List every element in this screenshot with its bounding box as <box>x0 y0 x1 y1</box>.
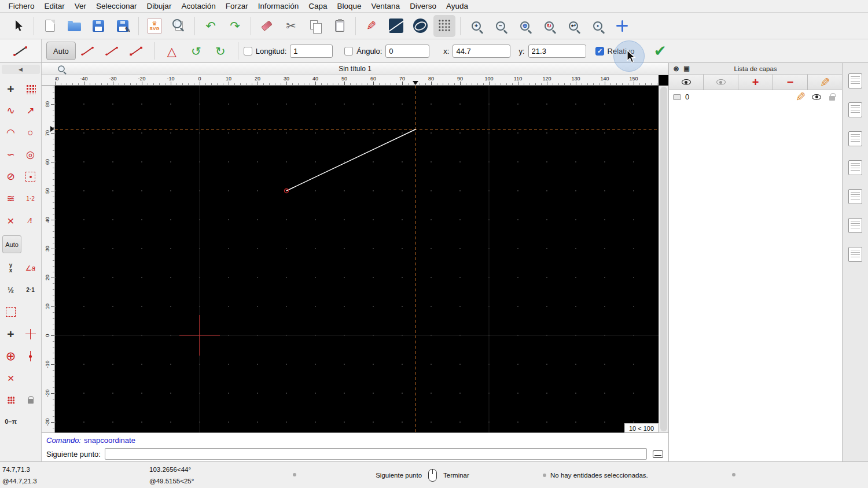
active-tool-indicator[interactable] <box>0 39 42 62</box>
undo-segment-button[interactable]: ↺ <box>184 40 208 61</box>
layer-row[interactable]: 0✎ <box>669 90 842 103</box>
open-document-button[interactable] <box>63 15 85 37</box>
menu-dibujar[interactable]: Dibujar <box>142 0 176 13</box>
longitud-checkbox[interactable] <box>244 47 252 56</box>
zoom-pan-button[interactable] <box>611 15 633 37</box>
menu-ver[interactable]: Ver <box>69 0 91 13</box>
draw-line-panel-button[interactable] <box>385 15 407 37</box>
tangent-tool-button[interactable]: ⊘ <box>1 167 20 186</box>
snap-grid-tool-button[interactable] <box>21 324 40 343</box>
snap-auto-button[interactable]: Auto <box>2 235 21 253</box>
relativo-checkbox[interactable] <box>595 47 604 56</box>
longitud-input[interactable] <box>290 45 333 58</box>
zoom-out-button[interactable]: − <box>490 15 512 37</box>
save-button[interactable] <box>87 15 109 37</box>
modify-layer-button[interactable]: ✎ <box>808 75 842 90</box>
menu-seleccionar[interactable]: Seleccionar <box>91 0 142 13</box>
dock-block-list-button[interactable] <box>847 101 864 119</box>
restrict-vertical-tool-button[interactable] <box>21 346 40 365</box>
menu-ventana[interactable]: Ventana <box>366 0 405 13</box>
zoom-auto-button[interactable]: ⊕ <box>514 15 536 37</box>
command-input[interactable] <box>105 448 647 460</box>
dock-layer-list-button[interactable] <box>847 130 864 147</box>
panel-close-button[interactable]: ⊗ <box>671 64 681 73</box>
print-preview-button[interactable] <box>168 15 190 37</box>
angulo-checkbox[interactable] <box>344 47 353 56</box>
snap-on-entity-tool-button[interactable] <box>1 390 20 409</box>
add-layer-button[interactable]: + <box>738 75 773 90</box>
show-all-layers-button[interactable] <box>669 75 704 90</box>
cut-button[interactable]: ✂ <box>280 15 302 37</box>
export-svg-button[interactable]: ♛SVG <box>144 15 165 37</box>
line-normal-button[interactable] <box>76 40 100 61</box>
collapse-left-panel-button[interactable]: ◀ <box>2 65 40 74</box>
point-tool-button[interactable]: + <box>1 79 20 98</box>
construction-line-tool-button[interactable]: ∕! <box>21 211 40 230</box>
rect-region-tool-button[interactable] <box>21 167 40 186</box>
redo-segment-button[interactable]: ↻ <box>208 40 233 61</box>
edit-layer-attributes-button[interactable]: ✎ <box>795 91 807 103</box>
confirm-button[interactable]: ✔ <box>648 40 673 61</box>
layer-lock-button[interactable] <box>826 91 838 103</box>
menu-acotacion[interactable]: Acotación <box>176 0 220 13</box>
panel-float-button[interactable]: ▣ <box>682 64 692 73</box>
x-input[interactable] <box>453 45 510 58</box>
circle-center-tool-button[interactable]: ◎ <box>21 145 40 164</box>
snap-intersection-tool-button[interactable]: × <box>1 368 20 387</box>
line-arrow-button[interactable] <box>124 40 149 61</box>
vertical-scrollbar[interactable] <box>659 86 668 432</box>
menu-capa[interactable]: Capa <box>304 0 332 13</box>
circle-tool-button[interactable]: ○ <box>21 123 40 142</box>
new-document-button[interactable] <box>39 15 61 37</box>
select-button[interactable] <box>7 15 29 37</box>
y-input[interactable] <box>528 45 586 58</box>
dock-library-browser-button[interactable] <box>847 159 864 176</box>
snap-angle-tool-button[interactable]: ∠a <box>21 258 40 278</box>
zoom-window-button[interactable]: ▪ <box>587 15 609 37</box>
menu-diverso[interactable]: Diverso <box>405 0 442 13</box>
draw-ellipse-panel-button[interactable] <box>409 15 431 37</box>
redo-button[interactable]: ↷ <box>224 15 246 37</box>
line-bidirectional-button[interactable] <box>100 40 124 61</box>
grid-toggle-button[interactable] <box>433 15 455 37</box>
line-two-points-tool-button[interactable]: ↗ <box>21 101 40 120</box>
angulo-input[interactable] <box>385 45 429 58</box>
freehand-tool-button[interactable]: ≋ <box>1 189 20 208</box>
snap-middle-tool-button[interactable]: ½ <box>1 280 20 300</box>
points-matrix-tool-button[interactable] <box>21 79 40 98</box>
snap-auto-dropdown[interactable]: Auto <box>46 42 76 60</box>
menu-fichero[interactable]: Fichero <box>3 0 39 13</box>
snap-distance-tool-button[interactable]: 2·1 <box>21 280 40 300</box>
erase-button[interactable] <box>256 15 278 37</box>
save-as-button[interactable]: ✎ <box>112 15 134 37</box>
menu-informacion[interactable]: Información <box>253 0 304 13</box>
drawing-canvas[interactable]: 10 < 100 <box>55 86 659 432</box>
dock-command-widget-button[interactable] <box>847 188 864 205</box>
snap-coordinate-tool-button[interactable]: yx <box>1 258 20 278</box>
lock-relative-zero-tool-button[interactable] <box>21 390 40 409</box>
layer-visibility-button[interactable] <box>811 91 822 103</box>
zoom-in-button[interactable]: + <box>465 15 487 37</box>
menu-ayuda[interactable]: Ayuda <box>441 0 473 13</box>
zoom-previous-button[interactable]: ↩ <box>562 15 584 37</box>
edit-entity-button[interactable]: ✎ <box>361 15 382 37</box>
spline-tool-button[interactable]: ∽ <box>1 145 20 164</box>
snap-center-tool-button[interactable]: ⊕ <box>1 346 20 365</box>
cross-tool-button[interactable]: × <box>1 211 20 230</box>
polyline-node-tool-button[interactable]: ∿ <box>1 101 20 120</box>
snap-free-tool-button[interactable]: + <box>1 324 20 343</box>
zoom-redraw-button[interactable]: ↻ <box>538 15 560 37</box>
dock-entity-filter-button[interactable] <box>847 217 864 234</box>
remove-layer-button[interactable]: − <box>773 75 808 90</box>
undo-button[interactable]: ↶ <box>200 15 222 37</box>
dock-notes-button[interactable] <box>847 246 864 263</box>
paste-button[interactable] <box>329 15 351 37</box>
close-polygon-button[interactable]: △ <box>160 40 184 61</box>
menu-forzar[interactable]: Forzar <box>220 0 253 13</box>
menu-bloque[interactable]: Bloque <box>332 0 366 13</box>
copy-button[interactable] <box>304 15 326 37</box>
arc-tool-button[interactable]: ◠ <box>1 123 20 142</box>
command-fullscreen-button[interactable] <box>651 448 665 460</box>
hide-all-layers-button[interactable] <box>704 75 738 90</box>
snap-region-tool-button[interactable] <box>1 302 20 321</box>
